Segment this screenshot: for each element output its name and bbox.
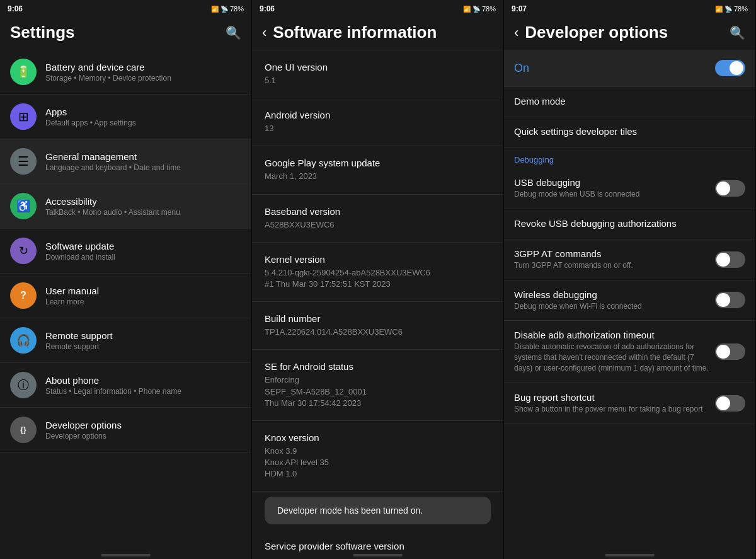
settings-item-general[interactable]: ☰ General management Language and keyboa… <box>0 139 251 184</box>
3gpp-subtitle: Turn 3GPP AT commands on or off. <box>514 260 709 271</box>
software-icon: ↻ <box>10 238 37 264</box>
about-title: About phone <box>45 375 241 386</box>
on-toggle-row[interactable]: On <box>504 50 755 87</box>
scroll-indicator-2 <box>353 554 403 556</box>
disable-adb-toggle[interactable] <box>715 343 745 360</box>
apps-text: Apps Default apps • App settings <box>45 107 241 127</box>
header-left-3: ‹ Developer options <box>514 23 668 42</box>
bug-report-title: Bug report shortcut <box>514 392 709 403</box>
info-baseband: Baseband version A528BXXU3EWC6 <box>252 195 503 243</box>
revoke-usb-item[interactable]: Revoke USB debugging authorizations <box>504 209 755 239</box>
search-button-1[interactable]: 🔍 <box>226 25 241 40</box>
knox-label: Knox version <box>265 432 491 443</box>
on-toggle[interactable] <box>715 60 745 76</box>
developer-text: Developer options Developer options <box>45 420 241 441</box>
developer-options-scroll[interactable]: On Demo mode Quick settings developer ti… <box>504 50 755 551</box>
software-info-scroll[interactable]: One UI version 5.1 Android version 13 Go… <box>252 50 503 551</box>
scroll-indicator-1 <box>101 554 151 556</box>
debugging-section-header: Debugging <box>504 147 755 168</box>
software-subtitle: Download and install <box>45 253 241 262</box>
settings-item-software[interactable]: ↻ Software update Download and install <box>0 229 251 274</box>
info-build: Build number TP1A.220624.014.A528BXXU3EW… <box>252 302 503 350</box>
bug-report-subtitle: Show a button in the power menu for taki… <box>514 404 709 415</box>
remote-title: Remote support <box>45 330 241 341</box>
google-play-value: March 1, 2023 <box>265 171 491 182</box>
developer-options-panel: 9:07 📶 📡 78% ‹ Developer options 🔍 On De… <box>504 0 756 559</box>
signal-icon: 📶 <box>211 6 219 13</box>
wifi-icon: 📡 <box>220 6 228 13</box>
wifi-icon-3: 📡 <box>724 6 732 13</box>
settings-item-accessibility[interactable]: ♿ Accessibility TalkBack • Mono audio • … <box>0 184 251 229</box>
settings-item-remote[interactable]: 🎧 Remote support Remote support <box>0 318 251 363</box>
one-ui-value: 5.1 <box>265 75 491 86</box>
disable-adb-subtitle: Disable automatic revocation of adb auth… <box>514 342 709 373</box>
developer-options-header: ‹ Developer options 🔍 <box>504 18 755 50</box>
disable-adb-text: Disable adb authorization timeout Disabl… <box>514 330 709 373</box>
settings-item-about[interactable]: ⓘ About phone Status • Legal information… <box>0 363 251 408</box>
wireless-debug-text: Wireless debugging Debug mode when Wi-Fi… <box>514 289 709 312</box>
3gpp-title: 3GPP AT commands <box>514 248 709 259</box>
wireless-debug-item[interactable]: Wireless debugging Debug mode when Wi-Fi… <box>504 280 755 321</box>
remote-text: Remote support Remote support <box>45 330 241 351</box>
bug-report-toggle[interactable] <box>715 395 745 412</box>
revoke-usb-title: Revoke USB debugging authorizations <box>514 218 739 229</box>
quick-settings-text: Quick settings developer tiles <box>514 126 739 138</box>
developer-title: Developer options <box>45 420 241 430</box>
manual-title: User manual <box>45 285 241 296</box>
kernel-label: Kernel version <box>265 254 491 265</box>
demo-mode-title: Demo mode <box>514 96 739 107</box>
wireless-debug-toggle[interactable] <box>715 292 745 308</box>
about-subtitle: Status • Legal information • Phone name <box>45 387 241 396</box>
back-button-2[interactable]: ‹ <box>262 25 266 41</box>
scroll-indicator-3 <box>605 554 655 556</box>
3gpp-toggle[interactable] <box>715 251 745 268</box>
quick-settings-item[interactable]: Quick settings developer tiles <box>504 117 755 147</box>
settings-item-developer[interactable]: {} Developer options Developer options <box>0 408 251 452</box>
service-provider-label: Service provider software version <box>265 541 491 551</box>
settings-panel: 9:06 📶 📡 78% Settings 🔍 🔋 Battery and de… <box>0 0 252 559</box>
usb-debugging-item[interactable]: USB debugging Debug mode when USB is con… <box>504 168 755 209</box>
settings-item-apps[interactable]: ⊞ Apps Default apps • App settings <box>0 95 251 139</box>
apps-subtitle: Default apps • App settings <box>45 118 241 127</box>
info-google-play: Google Play system update March 1, 2023 <box>252 146 503 194</box>
search-button-3[interactable]: 🔍 <box>730 25 745 40</box>
one-ui-label: One UI version <box>265 62 491 72</box>
manual-text: User manual Learn more <box>45 285 241 306</box>
info-service-provider: Service provider software version SAOMC_… <box>252 529 503 551</box>
general-subtitle: Language and keyboard • Date and time <box>45 163 241 172</box>
software-info-title: Software information <box>273 23 437 42</box>
header-left-2: ‹ Software information <box>262 23 437 42</box>
remote-icon: 🎧 <box>10 327 37 354</box>
time-1: 9:06 <box>8 4 23 13</box>
settings-item-battery[interactable]: 🔋 Battery and device care Storage • Memo… <box>0 50 251 95</box>
knox-value: Knox 3.9 Knox API level 35 HDM 1.0 <box>265 446 491 480</box>
demo-mode-item[interactable]: Demo mode <box>504 87 755 117</box>
remote-subtitle: Remote support <box>45 342 241 351</box>
wireless-debug-subtitle: Debug mode when Wi-Fi is connected <box>514 301 709 312</box>
bug-report-item[interactable]: Bug report shortcut Show a button in the… <box>504 383 755 424</box>
battery-1: 78% <box>230 5 244 13</box>
usb-debugging-toggle[interactable] <box>715 180 745 197</box>
about-text: About phone Status • Legal information •… <box>45 375 241 396</box>
developer-icon: {} <box>10 417 37 443</box>
back-button-3[interactable]: ‹ <box>514 25 518 41</box>
settings-item-manual[interactable]: ? User manual Learn more <box>0 274 251 318</box>
info-one-ui: One UI version 5.1 <box>252 50 503 98</box>
usb-debugging-subtitle: Debug mode when USB is connected <box>514 189 709 200</box>
accessibility-title: Accessibility <box>45 196 241 207</box>
3gpp-item[interactable]: 3GPP AT commands Turn 3GPP AT commands o… <box>504 239 755 280</box>
settings-header: Settings 🔍 <box>0 18 251 50</box>
about-icon: ⓘ <box>10 372 37 398</box>
apps-title: Apps <box>45 107 241 117</box>
info-kernel: Kernel version 5.4.210-qgki-25904254-abA… <box>252 243 503 302</box>
developer-options-title: Developer options <box>525 23 668 42</box>
signal-icon-3: 📶 <box>715 6 723 13</box>
android-value: 13 <box>265 123 491 134</box>
revoke-usb-text: Revoke USB debugging authorizations <box>514 218 739 230</box>
battery-subtitle: Storage • Memory • Device protection <box>45 74 241 83</box>
battery-3: 78% <box>734 5 748 13</box>
settings-scroll[interactable]: 🔋 Battery and device care Storage • Memo… <box>0 50 251 551</box>
disable-adb-item[interactable]: Disable adb authorization timeout Disabl… <box>504 321 755 383</box>
time-2: 9:06 <box>260 4 275 13</box>
accessibility-text: Accessibility TalkBack • Mono audio • As… <box>45 196 241 217</box>
